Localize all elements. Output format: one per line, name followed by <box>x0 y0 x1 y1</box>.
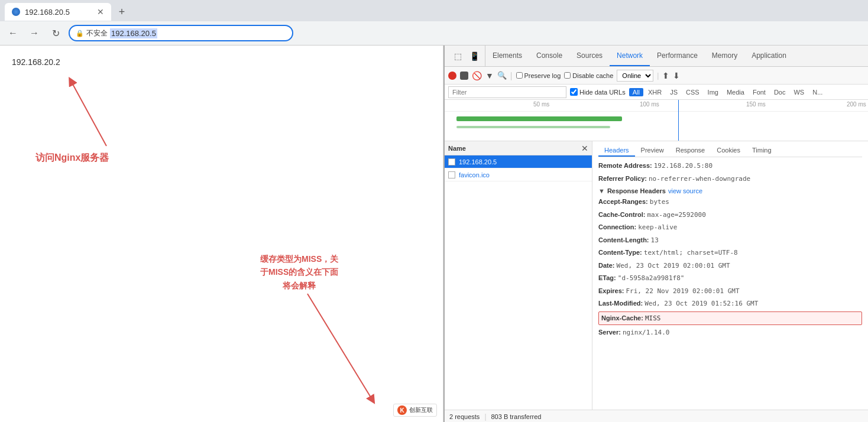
detail-tab-preview[interactable]: Preview <box>635 145 670 157</box>
tab-favicon <box>12 8 20 16</box>
mark-100ms: 100 ms <box>640 101 659 108</box>
request-row-2[interactable]: favicon.ico <box>445 168 592 181</box>
mark-50ms: 50 ms <box>533 101 549 108</box>
request-name-2: favicon.ico <box>459 171 588 178</box>
toggle-icon[interactable]: ▼ <box>598 187 605 194</box>
network-body: Name ✕ 192.168.20.5 favicon.ico <box>445 141 868 410</box>
network-toolbar: 🚫 ▼ 🔍 | Preserve log Disable cache Onlin… <box>445 67 868 85</box>
referrer-policy-key: Referrer Policy: <box>598 175 649 182</box>
filter-font[interactable]: Font <box>749 88 769 96</box>
tab-close-button[interactable]: ✕ <box>97 7 104 17</box>
arrow-2 <box>254 282 402 422</box>
header-key-3: Content-Length: <box>598 236 651 244</box>
disable-cache-label[interactable]: Disable cache <box>564 72 613 79</box>
new-tab-button[interactable]: + <box>114 4 130 20</box>
tab-network[interactable]: Network <box>610 46 650 66</box>
timeline-bar-2 <box>456 126 610 128</box>
close-details-button[interactable]: ✕ <box>581 144 588 153</box>
url-input[interactable]: 🔒 不安全 192.168.20.5 <box>69 25 293 41</box>
timeline-ruler: 50 ms 100 ms 150 ms 200 ms <box>445 100 868 112</box>
upload-icon[interactable]: ⬆ <box>662 71 669 80</box>
tab-elements[interactable]: Elements <box>485 46 529 66</box>
timeline-bar-1 <box>456 116 622 121</box>
stop-button[interactable] <box>460 72 468 80</box>
header-val-1: max-age=2592000 <box>647 211 706 219</box>
detail-tab-headers[interactable]: Headers <box>598 145 635 157</box>
header-val-9: MISS <box>645 314 661 322</box>
watermark-logo: K <box>397 405 407 415</box>
header-row-5: Date: Wed, 23 Oct 2019 02:00:01 GMT <box>598 261 862 271</box>
detail-panel: Headers Preview Response Cookies Timing … <box>592 141 868 410</box>
header-row-4: Content-Type: text/html; charset=UTF-8 <box>598 248 862 258</box>
refresh-button[interactable]: ↻ <box>47 25 64 41</box>
watermark: K 创新互联 <box>393 404 437 417</box>
back-button[interactable]: ← <box>5 25 21 41</box>
mobile-icon[interactable]: 📱 <box>467 49 481 63</box>
download-icon[interactable]: ⬇ <box>673 71 680 80</box>
detail-tabs: Headers Preview Response Cookies Timing <box>598 145 862 157</box>
active-tab[interactable]: 192.168.20.5 ✕ <box>5 3 111 21</box>
preserve-log-checkbox[interactable] <box>516 72 523 79</box>
record-button[interactable] <box>448 72 456 80</box>
filter-xhr[interactable]: XHR <box>644 88 665 96</box>
url-text: 192.168.20.5 <box>110 28 157 38</box>
devtools-icons: ⬚ 📱 <box>447 46 485 66</box>
tab-application[interactable]: Application <box>744 46 793 66</box>
mark-200ms: 200 ms <box>847 101 866 108</box>
filter-media[interactable]: Media <box>723 88 748 96</box>
address-bar: ← → ↻ 🔒 不安全 192.168.20.5 <box>0 21 868 45</box>
filter-js[interactable]: JS <box>666 88 681 96</box>
request-row-1[interactable]: 192.168.20.5 <box>445 155 592 168</box>
header-row-8: Last-Modified: Wed, 23 Oct 2019 01:52:16… <box>598 298 862 309</box>
filter-other[interactable]: N... <box>809 88 826 96</box>
devtools-tab-bar: ⬚ 📱 Elements Console Sources Network Per… <box>445 46 868 67</box>
filter-doc[interactable]: Doc <box>770 88 789 96</box>
disable-cache-checkbox[interactable] <box>564 72 571 79</box>
hide-data-label[interactable]: Hide data URLs <box>570 88 626 96</box>
tab-bar: 192.168.20.5 ✕ + <box>0 0 868 21</box>
filter-button[interactable]: ▼ <box>485 71 494 80</box>
tab-performance[interactable]: Performance <box>650 46 705 66</box>
mark-150ms: 150 ms <box>746 101 766 108</box>
filter-input[interactable] <box>448 86 566 98</box>
referrer-policy-row: Referrer Policy: no-referrer-when-downgr… <box>598 174 862 184</box>
header-row-0: Accept-Ranges: bytes <box>598 197 862 207</box>
throttle-select[interactable]: Online <box>617 70 653 82</box>
filter-ws[interactable]: WS <box>790 88 808 96</box>
detail-tab-response[interactable]: Response <box>670 145 711 157</box>
timeline[interactable]: 50 ms 100 ms 150 ms 200 ms <box>445 100 868 141</box>
header-key-4: Content-Type: <box>598 249 644 256</box>
filter-img[interactable]: Img <box>704 88 722 96</box>
header-key-1: Cache-Control: <box>598 211 647 218</box>
annotation-nginx: 访问Nginx服务器 <box>35 152 109 164</box>
clear-button[interactable]: 🚫 <box>472 71 482 80</box>
header-val-3: 13 <box>651 236 659 244</box>
search-button[interactable]: 🔍 <box>497 71 507 80</box>
header-key-10: Server: <box>598 329 623 336</box>
page-ip-text: 192.168.20.2 <box>12 57 431 67</box>
hide-data-checkbox[interactable] <box>570 88 578 96</box>
detail-tab-cookies[interactable]: Cookies <box>711 145 746 157</box>
header-row-6: ETag: "d-5958a2a9981f8" <box>598 273 862 284</box>
devtools-panel: ⬚ 📱 Elements Console Sources Network Per… <box>443 46 868 422</box>
header-val-6: "d-5958a2a9981f8" <box>618 274 685 282</box>
tab-memory[interactable]: Memory <box>705 46 744 66</box>
forward-button[interactable]: → <box>26 25 43 41</box>
header-row-7: Expires: Fri, 22 Nov 2019 02:00:01 GMT <box>598 286 862 297</box>
tab-sources[interactable]: Sources <box>569 46 610 66</box>
detail-tab-timing[interactable]: Timing <box>746 145 778 157</box>
inspect-icon[interactable]: ⬚ <box>451 49 465 63</box>
status-separator: | <box>484 413 486 421</box>
svg-line-0 <box>71 81 106 146</box>
header-key-7: Expires: <box>598 287 626 294</box>
main-layout: 192.168.20.2 访问Nginx服务器 缓存类型为MISS，关 于MIS… <box>0 46 868 422</box>
header-row-2: Connection: keep-alive <box>598 222 862 233</box>
remote-address-val: 192.168.20.5:80 <box>654 162 712 170</box>
view-source-link[interactable]: view source <box>668 187 702 194</box>
tab-console[interactable]: Console <box>529 46 569 66</box>
filter-all[interactable]: All <box>629 88 643 96</box>
arrow-1 <box>59 75 177 152</box>
filter-css[interactable]: CSS <box>682 88 703 96</box>
request-icon-2 <box>448 171 455 178</box>
preserve-log-label[interactable]: Preserve log <box>516 72 561 79</box>
